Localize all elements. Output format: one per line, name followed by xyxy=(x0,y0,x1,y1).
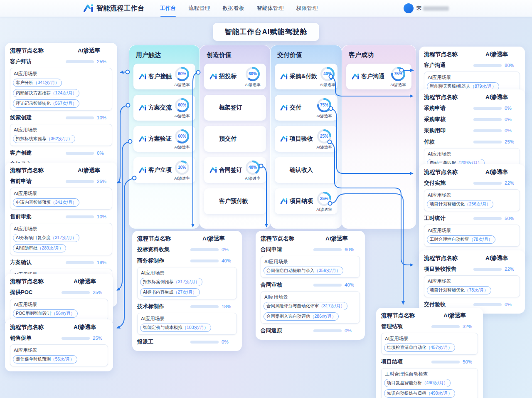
svg-text:75%: 75% xyxy=(394,72,402,76)
ai-scenario-tag[interactable]: 招投标案例推荐（317次/月） xyxy=(140,278,202,286)
process-row: 报派工0% xyxy=(137,338,237,346)
ai-scenario-tag[interactable]: 招投标线索推荐（362次/月） xyxy=(13,135,75,143)
ai-scenario-tag[interactable]: 项目计划智能优化（78次/月） xyxy=(427,286,491,294)
process-node-name: 售前申请 xyxy=(10,178,66,185)
ai-scenario-tag[interactable]: AI分析项目复杂度（317次/月） xyxy=(13,234,79,242)
tag-text: 客户分析 xyxy=(16,80,33,86)
process-node-name: 项目验收 xyxy=(290,135,313,143)
nav-tab-2[interactable]: 流程管理 xyxy=(184,0,215,17)
penetration-cell: 0% xyxy=(190,247,237,252)
penetration-cell: 22% xyxy=(473,267,520,272)
ai-scenario-tag[interactable]: AI标书内容生成（27次/月） xyxy=(140,288,200,297)
process-node-card[interactable]: 框架签订 xyxy=(204,95,266,121)
process-node-card[interactable]: 客户接触60%AI渗透率 xyxy=(133,64,195,89)
penetration-bar xyxy=(473,64,502,67)
process-detail-card: 流程节点名称AI渗透率销售促单25%AI应用场景最佳促单时机预测（56次/月） xyxy=(5,319,113,371)
process-node-card[interactable]: 项目结项25%AI渗透率 xyxy=(275,188,337,214)
penetration-cell: 25% xyxy=(473,139,520,144)
ai-scenario-tag[interactable]: 项目计划智能优化（256次/月） xyxy=(427,200,493,208)
penetration-cell: 40% xyxy=(190,258,237,263)
top-navigation-bar: 智能流程工作台 工作台流程管理数据看板智能体管理权限管理 宋 xyxy=(0,0,532,17)
process-row: 客户沟通80%AI应用场景智能聊天客服/机器人（879次/月） xyxy=(424,61,520,94)
nav-tab-4[interactable]: 智能体管理 xyxy=(252,0,288,17)
ai-scenario-tag[interactable]: POC用例智能设计（56次/月） xyxy=(13,309,78,318)
tag-count: （78次/月） xyxy=(469,237,493,242)
user-area[interactable]: 宋 xyxy=(404,3,449,13)
ai-scenario-tag[interactable]: 工时合理性自动检查（78次/月） xyxy=(427,235,495,244)
process-node-card[interactable]: 采购&付款40%AI渗透率 xyxy=(275,64,337,89)
ai-scenario-tag[interactable]: 合同案例入选自动评估（286次/月） xyxy=(264,312,339,321)
penetration-caption: AI渗透率 xyxy=(320,82,335,88)
node-name-column-header: 流程节点名称 xyxy=(424,51,473,58)
process-node-card[interactable]: 方案交流60%AI渗透率 xyxy=(133,95,195,121)
penetration-caption: AI渗透率 xyxy=(174,82,190,88)
penetration-value: 80% xyxy=(505,63,514,68)
process-node-name: 项目结项 xyxy=(381,358,431,366)
penetration-bar xyxy=(473,129,502,132)
ai-scenario-tag[interactable]: AI辅助审批（289次/月） xyxy=(13,244,66,252)
ai-scenario-label: AI应用场景 xyxy=(385,336,475,342)
penetration-value: 0% xyxy=(222,247,229,252)
process-node-card[interactable]: 项目验收25%AI渗透率 xyxy=(275,126,337,152)
penetration-caption: AI渗透率 xyxy=(174,145,190,150)
ai-scenario-tag[interactable]: 客户分析（341次/月） xyxy=(13,79,62,87)
ai-scenario-tag[interactable]: 最佳促单时机预测（56次/月） xyxy=(13,355,77,363)
nav-tab-3[interactable]: 数据看板 xyxy=(218,0,249,17)
process-row: 交付实施22%AI应用场景项目计划智能优化（256次/月） xyxy=(424,179,520,211)
nav-tab-1[interactable]: 工作台 xyxy=(155,0,181,17)
process-node-card[interactable]: 合同签订40%AI渗透率 xyxy=(204,157,266,183)
node-name-column-header: 流程节点名称 xyxy=(424,168,473,176)
process-row-main: 售前审批10% xyxy=(10,213,112,221)
ai-scenario-tag[interactable]: 合同信息自动提取与录入（356次/月） xyxy=(264,267,343,275)
node-name-column-header: 流程节点名称 xyxy=(137,235,190,242)
penetration-bar xyxy=(66,116,94,119)
process-row-main: 项目结项50% xyxy=(381,358,478,366)
ai-scenario-tag[interactable]: 知识自动提炼与归档（490次/月） xyxy=(384,389,455,398)
penetration-caption: AI渗透率 xyxy=(316,207,332,213)
penetration-value: 25% xyxy=(97,59,106,64)
ai-scenario-tag[interactable]: 结项检查清单自动化（457次/月） xyxy=(384,344,455,352)
ai-scenario-box: AI应用场景智能定价与成本模拟（103次/月） xyxy=(137,313,237,335)
penetration-bar xyxy=(473,182,502,185)
user-avatar[interactable] xyxy=(404,3,414,13)
nav-tab-5[interactable]: 权限管理 xyxy=(292,0,323,17)
process-node-name: 合同签订 xyxy=(219,166,242,174)
process-node-card[interactable]: 预交付 xyxy=(204,126,266,152)
penetration-column-header: AI渗透率 xyxy=(313,235,360,242)
ai-scenario-tag[interactable]: 合同风险评分与自动化评审（317次/月） xyxy=(264,302,347,310)
process-node-card[interactable]: 方案验证60%AI渗透率 xyxy=(133,126,195,152)
process-node-card[interactable]: 招投标60%AI渗透率 xyxy=(204,64,266,89)
process-node-card[interactable]: 客户预付款 xyxy=(204,188,266,214)
svg-text:40%: 40% xyxy=(323,72,332,76)
process-row: 技术标制作18%AI应用场景智能定价与成本模拟（103次/月） xyxy=(137,302,237,335)
process-row-main: 交付实施22% xyxy=(424,179,520,187)
penetration-cell: 0% xyxy=(473,106,520,111)
process-row: 客户创建0% xyxy=(10,149,112,157)
ai-scenario-box: AI应用场景合同风险评分与自动化评审（317次/月）合同案例入选自动评估（286… xyxy=(261,291,360,324)
process-node-name: 报派工 xyxy=(137,338,190,346)
ai-logo-icon xyxy=(139,136,147,142)
ai-scenario-label: AI应用场景 xyxy=(14,190,109,197)
ai-scenario-box: AI应用场景合同信息自动提取与录入（356次/月） xyxy=(261,256,360,278)
tag-text: 知识自动提炼与归档 xyxy=(387,391,426,396)
process-node-name: 采购申请 xyxy=(424,104,473,112)
ai-scenario-tag[interactable]: 内部解决方案推荐（124次/月） xyxy=(13,89,79,97)
process-row: 提供POC25%AI应用场景POC用例智能设计（56次/月） xyxy=(10,288,108,321)
ai-scenario-tag[interactable]: 智能定价与成本模拟（103次/月） xyxy=(140,324,211,332)
ai-scenario-label: AI应用场景 xyxy=(14,226,109,232)
process-node-name: 合同返原 xyxy=(261,327,313,334)
penetration-value: 0% xyxy=(505,128,512,133)
process-node-card[interactable]: 确认收入 xyxy=(275,157,337,183)
ai-scenario-tag[interactable]: 申请内容智能预填（341次/月） xyxy=(13,198,79,207)
ai-scenario-tag[interactable]: 拜访记录智能转化（567次/月） xyxy=(13,99,79,108)
detail-card-header: 流程节点名称AI渗透率 xyxy=(10,324,108,331)
process-node-card[interactable]: 交付75%AI渗透率 xyxy=(275,95,337,121)
process-node-card[interactable]: 客户立项10%AI渗透率 xyxy=(133,157,195,183)
process-row: 合同申请60%AI应用场景合同信息自动提取与录入（356次/月） xyxy=(261,245,360,278)
tag-count: （78次/月） xyxy=(465,287,488,293)
tag-text: 结项检查清单自动化 xyxy=(387,345,426,351)
ai-logo-icon xyxy=(280,104,288,111)
process-node-card[interactable]: 客户沟通75%AI渗透率 xyxy=(346,64,411,89)
ai-scenario-label: AI应用场景 xyxy=(264,294,357,300)
ai-scenario-tag[interactable]: 项目复盘智能分析（490次/月） xyxy=(384,379,451,387)
